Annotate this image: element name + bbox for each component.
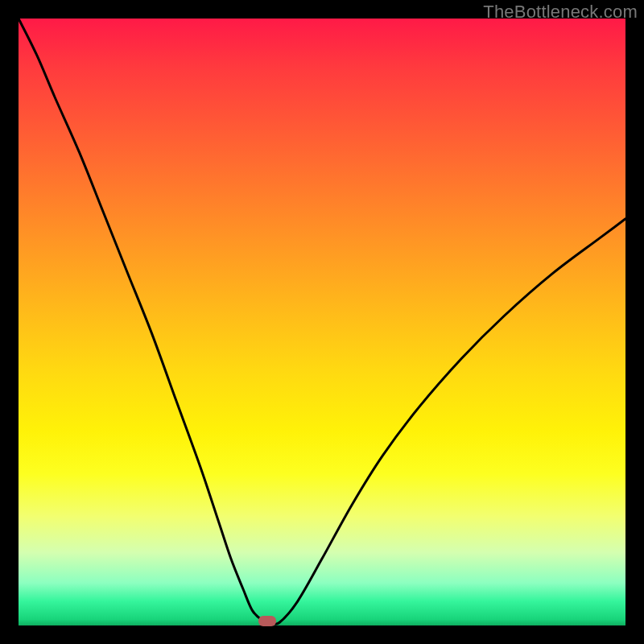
chart-frame: TheBottleneck.com <box>0 0 644 644</box>
chart-plot-area <box>19 19 625 625</box>
optimum-marker <box>258 616 276 626</box>
bottleneck-curve <box>19 19 625 625</box>
watermark-text: TheBottleneck.com <box>483 2 638 23</box>
